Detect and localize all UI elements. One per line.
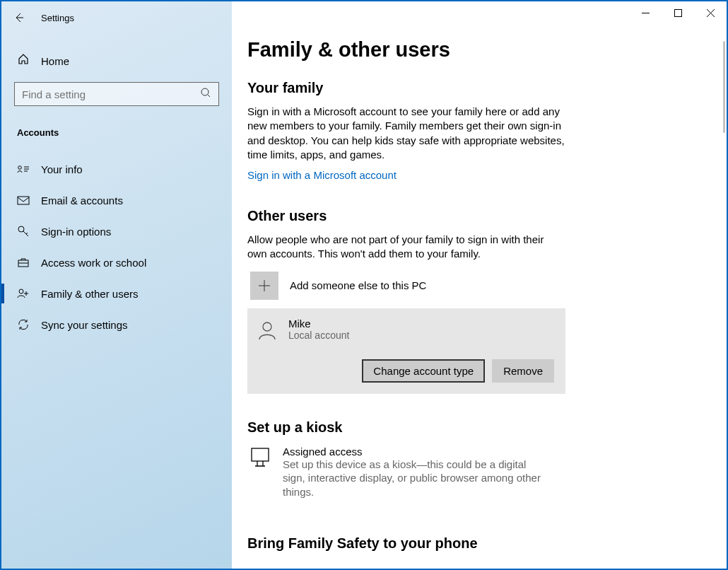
sync-icon [17,318,30,331]
search-icon [200,87,211,101]
svg-point-7 [263,322,271,331]
svg-rect-8 [252,448,269,461]
person-card-icon [17,164,30,174]
user-card: Mike Local account Change account type R… [247,308,565,394]
section-family-heading: Your family [247,80,712,96]
svg-rect-2 [18,197,29,204]
change-account-type-button[interactable]: Change account type [362,359,485,383]
maximize-button[interactable] [662,1,694,24]
remove-user-button[interactable]: Remove [492,359,554,383]
avatar-icon [254,317,280,342]
search-field[interactable] [22,88,192,100]
kiosk-row[interactable]: Assigned access Set up this device as a … [247,446,712,499]
sidebar-section-label: Accounts [14,127,219,138]
kiosk-description: Set up this device as a kiosk—this could… [283,458,544,499]
family-description: Sign in with a Microsoft account to see … [247,105,565,162]
close-button[interactable] [694,1,727,24]
svg-point-1 [18,166,22,170]
svg-point-5 [19,289,23,293]
svg-point-3 [18,226,24,232]
section-kiosk-heading: Set up a kiosk [247,419,712,436]
sidebar-item-email[interactable]: Email & accounts [14,185,219,216]
scrollbar[interactable] [723,41,725,133]
home-icon [17,53,30,69]
add-user-button[interactable]: Add someone else to this PC [247,272,712,300]
nav-label: Sync your settings [41,319,128,331]
key-icon [17,225,30,238]
nav-label: Access work or school [41,257,146,269]
mail-icon [17,195,30,205]
signin-microsoft-link[interactable]: Sign in with a Microsoft account [247,169,397,181]
other-users-description: Allow people who are not part of your fa… [247,233,565,262]
search-input[interactable] [14,82,219,106]
back-button[interactable] [13,11,25,24]
sidebar-item-work-school[interactable]: Access work or school [14,247,219,278]
nav-home-label: Home [41,55,69,67]
svg-rect-6 [674,9,681,16]
sidebar-item-signin[interactable]: Sign-in options [14,216,219,247]
nav-label: Email & accounts [41,194,123,207]
nav-label: Your info [41,163,83,175]
sidebar-item-family[interactable]: Family & other users [14,278,219,309]
window-title: Settings [41,13,74,23]
page-title: Family & other users [247,38,712,62]
svg-point-0 [201,88,209,95]
kiosk-icon [247,446,271,499]
sidebar-item-your-info[interactable]: Your info [14,153,219,185]
kiosk-title: Assigned access [283,446,544,458]
minimize-button[interactable] [629,1,662,24]
people-icon [17,288,30,299]
user-name: Mike [288,318,349,330]
section-other-heading: Other users [247,208,712,224]
nav-label: Sign-in options [41,226,111,238]
user-account-type: Local account [288,330,349,341]
plus-icon [250,272,278,300]
add-user-label: Add someone else to this PC [290,279,426,291]
nav-home[interactable]: Home [14,47,219,75]
sidebar-item-sync[interactable]: Sync your settings [14,309,219,340]
section-family-safety-heading: Bring Family Safety to your phone [247,535,712,552]
briefcase-icon [17,257,30,268]
nav-label: Family & other users [41,288,139,300]
